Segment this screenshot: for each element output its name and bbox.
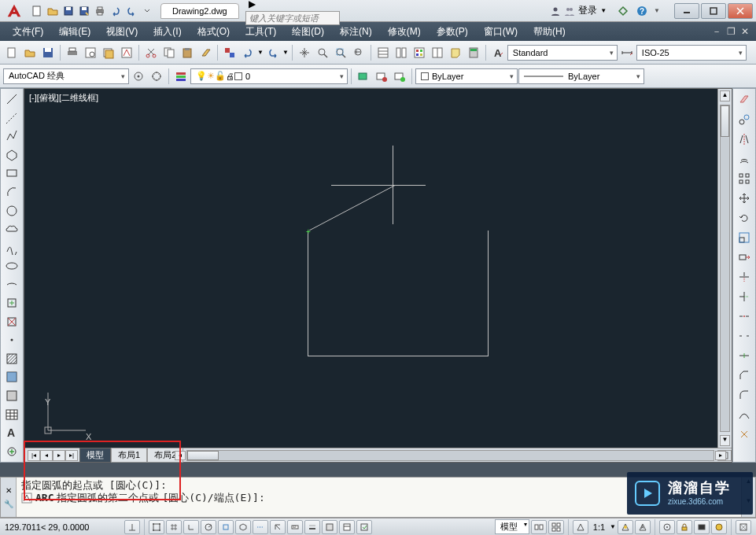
menu-draw[interactable]: 绘图(D) — [284, 23, 332, 41]
zoom-prev-btn[interactable] — [350, 44, 367, 61]
qat-dropdown-icon[interactable] — [140, 4, 154, 18]
line-tool[interactable] — [2, 90, 21, 109]
model-tab[interactable]: 模型 — [79, 448, 111, 463]
tab-last-btn[interactable]: ▸| — [65, 450, 78, 461]
point-tool[interactable] — [2, 331, 21, 349]
snap-btn[interactable] — [149, 520, 164, 534]
save-icon[interactable] — [61, 4, 76, 18]
undo-dropdown-icon[interactable]: ▼ — [257, 49, 264, 56]
menu-dimension[interactable]: 标注(N) — [332, 23, 380, 41]
document-tab[interactable]: Drawing2.dwg — [160, 3, 239, 19]
dcenter-btn[interactable] — [393, 44, 410, 61]
viewport-label[interactable]: [-][俯视][二维线框] — [29, 92, 98, 104]
polyline-tool[interactable] — [2, 127, 21, 146]
join-tool[interactable] — [735, 346, 754, 365]
revision-cloud-tool[interactable] — [2, 220, 21, 238]
workspace-switch-btn[interactable] — [659, 520, 675, 534]
3dosnap-btn[interactable] — [235, 520, 251, 534]
plot-btn[interactable] — [64, 44, 81, 61]
ducs-btn[interactable] — [270, 520, 286, 534]
preview-btn[interactable] — [82, 44, 99, 61]
mdi-close-button[interactable]: ✕ — [739, 26, 751, 37]
table-tool[interactable] — [2, 405, 21, 423]
break-point-tool[interactable] — [735, 307, 754, 326]
new-btn[interactable] — [3, 44, 20, 61]
annovis-btn[interactable] — [618, 520, 633, 534]
lwt-btn[interactable] — [304, 520, 320, 534]
polygon-tool[interactable] — [2, 146, 21, 164]
scroll-right-icon[interactable]: ▸ — [715, 451, 726, 460]
ellipse-arc-tool[interactable] — [2, 275, 21, 293]
quick-view-drawings-btn[interactable] — [548, 520, 564, 534]
annoauto-btn[interactable]: A — [635, 520, 651, 534]
make-block-tool[interactable] — [2, 313, 21, 331]
explode-tool[interactable] — [735, 425, 754, 444]
menu-window[interactable]: 窗口(W) — [476, 23, 526, 41]
scroll-down-icon[interactable]: ▼ — [720, 435, 730, 446]
vertical-scrollbar[interactable]: ▲ ▼ — [717, 89, 732, 448]
layer-manager-btn[interactable] — [172, 68, 190, 85]
infer-constraints-btn[interactable] — [124, 520, 140, 534]
offset-tool[interactable] — [735, 149, 754, 168]
markup-btn[interactable] — [447, 44, 464, 61]
minimize-button[interactable] — [674, 3, 699, 19]
workspace-dropdown[interactable]: AutoCAD 经典 — [3, 68, 129, 84]
pan-btn[interactable] — [296, 44, 313, 61]
command-handle[interactable]: ✕ 🔧 — [1, 478, 17, 517]
mirror-tool[interactable] — [735, 130, 754, 149]
break-tool[interactable] — [735, 327, 754, 345]
construction-line-tool[interactable] — [2, 109, 21, 127]
model-space-btn[interactable]: 模型 — [495, 519, 529, 534]
menu-parametric[interactable]: 参数(P) — [429, 23, 476, 41]
mtext-tool[interactable]: A — [2, 424, 21, 442]
layer-state-btn[interactable] — [373, 68, 390, 85]
ortho-btn[interactable] — [183, 520, 199, 534]
new-icon[interactable] — [30, 4, 44, 18]
drawing-canvas[interactable]: [-][俯视][二维线框] + Y X — [24, 89, 717, 448]
close-button[interactable] — [728, 3, 753, 19]
mdi-restore-button[interactable]: ❐ — [725, 26, 737, 37]
mdi-minimize-button[interactable]: － — [710, 26, 723, 37]
menu-view[interactable]: 视图(V) — [98, 23, 146, 41]
workspace-gear-btn[interactable] — [148, 68, 165, 85]
insert-block-tool[interactable] — [2, 294, 21, 312]
toolpal-btn[interactable] — [411, 44, 428, 61]
copy-tool[interactable] — [735, 110, 754, 129]
grid-btn[interactable] — [166, 520, 182, 534]
dyn-btn[interactable]: 12 — [287, 520, 303, 534]
publish-btn[interactable] — [100, 44, 117, 61]
exchange-icon[interactable] — [616, 4, 630, 18]
spline-tool[interactable] — [2, 238, 21, 256]
region-tool[interactable] — [2, 387, 21, 405]
osnap-btn[interactable] — [218, 520, 234, 534]
3ddwf-btn[interactable] — [118, 44, 135, 61]
paste-btn[interactable] — [179, 44, 196, 61]
hardware-accel-btn[interactable] — [694, 520, 710, 534]
textstyle-dropdown[interactable]: Standard — [507, 45, 618, 61]
coordinates[interactable]: 129.7011< 29, 0.0000 — [5, 522, 123, 532]
horizontal-scrollbar[interactable]: ◂ ▸ — [186, 450, 714, 461]
annotation-scale[interactable]: 1:1 — [590, 522, 608, 532]
hscroll-thumb[interactable] — [187, 451, 219, 460]
menu-format[interactable]: 格式(O) — [190, 23, 238, 41]
arc-tool[interactable] — [2, 183, 21, 201]
open-btn[interactable] — [21, 44, 39, 61]
help-dropdown-icon[interactable]: ▼ — [654, 7, 660, 14]
tpy-btn[interactable] — [322, 520, 337, 534]
tab-first-btn[interactable]: |◂ — [28, 450, 40, 461]
menu-help[interactable]: 帮助(H) — [526, 23, 573, 41]
addselected-tool[interactable] — [2, 442, 21, 460]
chamfer-tool[interactable] — [735, 366, 754, 385]
zoom-rt-btn[interactable] — [314, 44, 331, 61]
cmd-wrench-icon[interactable]: 🔧 — [4, 500, 13, 508]
zoom-win-btn[interactable] — [332, 44, 349, 61]
layer-prev-btn[interactable] — [355, 68, 372, 85]
quick-view-layouts-btn[interactable] — [531, 520, 547, 534]
erase-tool[interactable] — [735, 90, 754, 109]
login-dropdown-icon[interactable]: ▼ — [600, 7, 607, 14]
blend-tool[interactable] — [735, 405, 754, 424]
sc-btn[interactable] — [356, 520, 372, 534]
redo-icon[interactable] — [124, 4, 138, 18]
stretch-tool[interactable] — [735, 248, 754, 267]
isolate-btn[interactable] — [711, 520, 727, 534]
